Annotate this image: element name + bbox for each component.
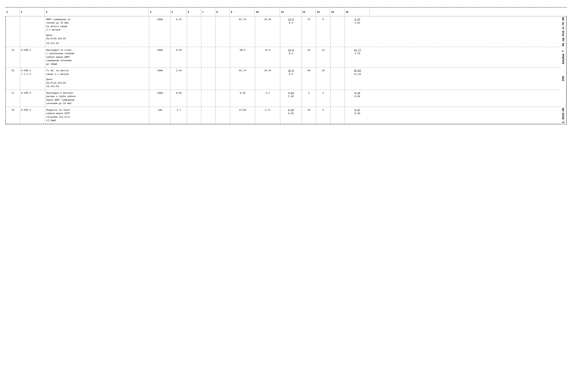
cell-0-14 <box>331 16 345 47</box>
cell-4-12: 20 <box>302 107 316 124</box>
cell-1-13: I3 <box>316 47 331 67</box>
data-row-0: АВРГ суммарным се- чением до 10 мм2 на в… <box>6 16 560 47</box>
cell-3-9: 9,29 <box>230 90 255 107</box>
cell-1-1: I5 <box>6 47 20 67</box>
cell-2-9: 6I,74 <box>230 67 255 90</box>
table-row: АВРГ суммарным се- чением до 10 мм2 на в… <box>6 16 566 47</box>
side-label-4: 2.I0I0-06 <box>560 107 566 124</box>
cell-3-12: I <box>302 90 316 107</box>
table-row: I8 8-505-2 Подвеска на тросе кабеля марк… <box>6 107 566 124</box>
cell-4-8 <box>216 107 230 124</box>
side-label-0: Пн.пр.616-4-75.86 <box>560 16 566 47</box>
col-header-12: I2 <box>302 9 316 16</box>
cell-3-15: 0,I9 0,06 <box>345 90 370 107</box>
cell-1-9: 60,8 <box>230 47 255 67</box>
cell-1-8 <box>216 47 230 67</box>
cell-3-14 <box>331 90 345 107</box>
col-header-3: 3 <box>45 9 149 16</box>
cell-1-15: I2,77 4,70 <box>345 47 370 67</box>
col-header-10: IO <box>255 9 280 16</box>
cell-3-1: I7 <box>6 90 20 107</box>
col-header-6: 6 <box>187 9 201 16</box>
col-header-2: 2 <box>20 9 45 16</box>
col-header-15: I5 <box>345 9 370 16</box>
col-header-9: 9 <box>230 9 255 16</box>
table-body: АВРГ суммарным се- чением до 10 мм2 на в… <box>5 16 567 124</box>
cell-0-10: 24,34 <box>255 16 280 47</box>
cell-1-7 <box>201 47 216 67</box>
cell-4-15: 0,27 0,09 <box>345 107 370 124</box>
cell-3-2: 8-409-3 <box>20 90 45 107</box>
cell-0-1 <box>6 16 20 47</box>
cell-2-2: 8-400-Iт.ч.п.4 <box>20 67 45 90</box>
col-header-8: 8 <box>215 9 230 16</box>
cell-0-3: АВРГ суммарным се- чением до 10 мм2 на в… <box>45 16 149 47</box>
col-header-5: 5 <box>171 9 187 16</box>
cell-3-5: 0,04 <box>171 90 187 107</box>
cell-4-14 <box>331 107 345 124</box>
col-header-13: I3 <box>316 9 330 16</box>
cell-0-11: 22,8 8,4 <box>280 16 302 47</box>
cell-2-15: 32,83 I2,I0 <box>345 67 370 90</box>
cell-3-7 <box>201 90 216 107</box>
cell-1-3: Прокладка по стене с креплением скобами … <box>45 47 149 67</box>
cell-4-10: 2,72 <box>255 107 280 124</box>
cell-4-1: I8 <box>6 107 20 124</box>
cell-2-6 <box>187 67 201 90</box>
cell-0-2 <box>20 16 45 47</box>
side-label-3 <box>560 90 566 107</box>
cell-2-5: I,44 <box>171 67 187 90</box>
cell-1-2: 8-400-I <box>20 47 45 67</box>
data-row-1: I5 8-400-I Прокладка по стене с креплени… <box>6 47 560 68</box>
cell-2-3: То же, на высоте свыше 2-х метров Цена: … <box>45 67 149 90</box>
cell-0-4: 100м <box>149 16 171 47</box>
cell-4-2: 8-505-2 <box>20 107 45 124</box>
col-header-1: I <box>5 9 20 16</box>
table-row: I5 8-400-I Прокладка по стене с креплени… <box>6 47 566 68</box>
cell-0-5: 0,24 <box>171 16 187 47</box>
cell-3-6 <box>187 90 201 107</box>
cell-1-11: 22,8 8,4 <box>280 47 302 67</box>
side-label-2: I05 <box>560 67 566 90</box>
cell-4-11: 0,I6 0,05 <box>280 107 302 124</box>
cell-2-1: I6 <box>6 67 20 90</box>
table-row: I6 8-400-Iт.ч.п.4 То же, на высоте свыше… <box>6 67 566 90</box>
table-row: I7 8-409-3 Прокладка в металло- рукаве и… <box>6 90 566 107</box>
cell-2-13: 35 <box>316 67 331 90</box>
cell-2-12: 89 <box>302 67 316 90</box>
cell-4-7 <box>201 107 216 124</box>
cell-0-9: 6I,74 <box>230 16 255 47</box>
cell-2-10: 24,34 <box>255 67 280 90</box>
cell-1-5: 0,56 <box>171 47 187 67</box>
data-row-2: I6 8-400-Iт.ч.п.4 То же, на высоте свыше… <box>6 67 560 90</box>
cell-3-11: 4,84 I,46 <box>280 90 302 107</box>
col-header-4: 4 <box>149 9 171 16</box>
cell-4-3: Подвеска на тросе кабеля марки КРПТ сече… <box>45 107 149 124</box>
cell-3-13: I <box>316 90 331 107</box>
cell-4-13: 5 <box>316 107 331 124</box>
cell-4-9: II,60 <box>230 107 255 124</box>
cell-3-3: Прокладка в металло- рукаве и трубе кабе… <box>45 90 149 107</box>
cell-0-12: I5 <box>302 16 316 47</box>
col-header-11: II <box>280 9 302 16</box>
cell-3-4: 100м <box>149 90 171 107</box>
cell-4-4: 10м <box>149 107 171 124</box>
data-row-4: I8 8-505-2 Подвеска на тросе кабеля марк… <box>6 107 560 124</box>
cell-2-4: 100м <box>149 67 171 90</box>
cell-0-13: 6 <box>316 16 331 47</box>
cell-2-11: 22,8 8,4 <box>280 67 302 90</box>
page-container: I 2 3 4 5 6 7 8 9 IO II I2 I3 I4 I5 АВРГ… <box>5 7 567 124</box>
col-header-7: 7 <box>201 9 215 16</box>
cell-1-4: 100м <box>149 47 171 67</box>
data-row-3: I7 8-409-3 Прокладка в металло- рукаве и… <box>6 90 560 107</box>
cell-4-6 <box>187 107 201 124</box>
cell-3-10: 4,I <box>255 90 280 107</box>
cell-2-7 <box>201 67 216 90</box>
cell-0-8 <box>216 16 230 47</box>
cell-1-14 <box>331 47 345 67</box>
col-header-14: I4 <box>330 9 345 16</box>
cell-4-5: I,7 <box>171 107 187 124</box>
cell-1-12: 34 <box>302 47 316 67</box>
cell-0-6 <box>187 16 201 47</box>
cell-3-8 <box>216 90 230 107</box>
